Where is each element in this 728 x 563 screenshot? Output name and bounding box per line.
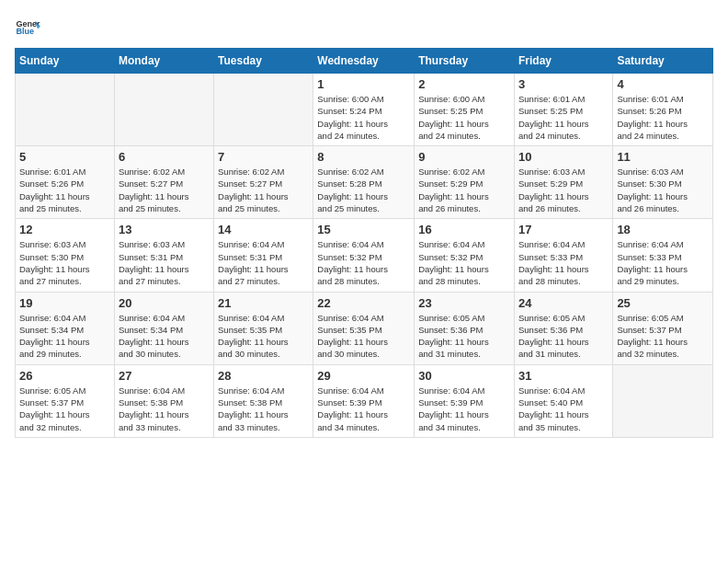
day-number: 21 bbox=[218, 296, 309, 310]
day-info: Sunrise: 6:04 AM Sunset: 5:32 PM Dayligh… bbox=[418, 238, 510, 287]
day-info: Sunrise: 6:03 AM Sunset: 5:30 PM Dayligh… bbox=[19, 238, 110, 287]
weekday-header-friday: Friday bbox=[514, 49, 612, 74]
day-number: 3 bbox=[518, 77, 609, 91]
calendar-day-cell: 24Sunrise: 6:05 AM Sunset: 5:36 PM Dayli… bbox=[514, 292, 612, 364]
day-number: 31 bbox=[518, 369, 609, 383]
calendar-day-cell: 4Sunrise: 6:01 AM Sunset: 5:26 PM Daylig… bbox=[613, 74, 713, 146]
day-number: 18 bbox=[617, 223, 709, 236]
weekday-row: SundayMondayTuesdayWednesdayThursdayFrid… bbox=[16, 49, 713, 74]
day-info: Sunrise: 6:05 AM Sunset: 5:37 PM Dayligh… bbox=[19, 385, 110, 433]
day-info: Sunrise: 6:04 AM Sunset: 5:38 PM Dayligh… bbox=[119, 385, 210, 433]
day-info: Sunrise: 6:03 AM Sunset: 5:31 PM Dayligh… bbox=[119, 238, 210, 287]
day-info: Sunrise: 6:04 AM Sunset: 5:33 PM Dayligh… bbox=[518, 238, 609, 287]
calendar-day-cell: 29Sunrise: 6:04 AM Sunset: 5:39 PM Dayli… bbox=[313, 364, 415, 437]
calendar-day-cell: 7Sunrise: 6:02 AM Sunset: 5:27 PM Daylig… bbox=[214, 146, 313, 219]
calendar-empty-cell bbox=[16, 74, 115, 146]
calendar-day-cell: 11Sunrise: 6:03 AM Sunset: 5:30 PM Dayli… bbox=[613, 146, 713, 219]
logo: General Blue bbox=[15, 15, 44, 40]
calendar-day-cell: 8Sunrise: 6:02 AM Sunset: 5:28 PM Daylig… bbox=[313, 146, 415, 219]
calendar-day-cell: 15Sunrise: 6:04 AM Sunset: 5:32 PM Dayli… bbox=[313, 219, 415, 292]
day-number: 1 bbox=[317, 77, 410, 91]
calendar-week-row: 26Sunrise: 6:05 AM Sunset: 5:37 PM Dayli… bbox=[16, 364, 713, 437]
day-number: 30 bbox=[418, 369, 510, 383]
day-number: 13 bbox=[119, 223, 210, 236]
day-info: Sunrise: 6:04 AM Sunset: 5:39 PM Dayligh… bbox=[317, 385, 410, 433]
day-info: Sunrise: 6:03 AM Sunset: 5:29 PM Dayligh… bbox=[518, 166, 609, 214]
day-number: 22 bbox=[317, 296, 410, 310]
day-info: Sunrise: 6:03 AM Sunset: 5:30 PM Dayligh… bbox=[617, 166, 709, 214]
calendar-header: SundayMondayTuesdayWednesdayThursdayFrid… bbox=[16, 49, 713, 74]
calendar-empty-cell bbox=[613, 364, 713, 437]
calendar-day-cell: 13Sunrise: 6:03 AM Sunset: 5:31 PM Dayli… bbox=[114, 219, 213, 292]
day-number: 25 bbox=[617, 296, 709, 310]
day-number: 12 bbox=[19, 223, 110, 236]
day-number: 7 bbox=[218, 150, 309, 164]
calendar-week-row: 5Sunrise: 6:01 AM Sunset: 5:26 PM Daylig… bbox=[16, 146, 713, 219]
calendar-day-cell: 5Sunrise: 6:01 AM Sunset: 5:26 PM Daylig… bbox=[16, 146, 115, 219]
calendar-body: 1Sunrise: 6:00 AM Sunset: 5:24 PM Daylig… bbox=[16, 74, 713, 438]
weekday-header-wednesday: Wednesday bbox=[313, 49, 415, 74]
day-number: 17 bbox=[518, 223, 609, 236]
day-number: 20 bbox=[119, 296, 210, 310]
day-info: Sunrise: 6:04 AM Sunset: 5:32 PM Dayligh… bbox=[317, 238, 410, 287]
calendar-day-cell: 17Sunrise: 6:04 AM Sunset: 5:33 PM Dayli… bbox=[514, 219, 612, 292]
day-info: Sunrise: 6:01 AM Sunset: 5:26 PM Dayligh… bbox=[19, 166, 110, 214]
day-info: Sunrise: 6:00 AM Sunset: 5:24 PM Dayligh… bbox=[317, 93, 410, 142]
day-number: 6 bbox=[119, 150, 210, 164]
day-number: 27 bbox=[119, 369, 210, 383]
calendar-day-cell: 1Sunrise: 6:00 AM Sunset: 5:24 PM Daylig… bbox=[313, 74, 415, 146]
calendar-day-cell: 19Sunrise: 6:04 AM Sunset: 5:34 PM Dayli… bbox=[16, 292, 115, 364]
day-number: 4 bbox=[617, 77, 709, 91]
page-header: General Blue bbox=[15, 15, 713, 40]
logo-icon: General Blue bbox=[15, 15, 40, 40]
calendar-week-row: 1Sunrise: 6:00 AM Sunset: 5:24 PM Daylig… bbox=[16, 74, 713, 146]
day-number: 24 bbox=[518, 296, 609, 310]
day-number: 9 bbox=[418, 150, 510, 164]
calendar-day-cell: 2Sunrise: 6:00 AM Sunset: 5:25 PM Daylig… bbox=[415, 74, 515, 146]
day-info: Sunrise: 6:04 AM Sunset: 5:34 PM Dayligh… bbox=[19, 312, 110, 361]
day-info: Sunrise: 6:01 AM Sunset: 5:25 PM Dayligh… bbox=[518, 93, 609, 142]
day-number: 16 bbox=[418, 223, 510, 236]
day-number: 19 bbox=[19, 296, 110, 310]
day-info: Sunrise: 6:04 AM Sunset: 5:35 PM Dayligh… bbox=[317, 312, 410, 361]
day-number: 10 bbox=[518, 150, 609, 164]
day-info: Sunrise: 6:00 AM Sunset: 5:25 PM Dayligh… bbox=[418, 93, 510, 142]
svg-text:Blue: Blue bbox=[16, 27, 34, 36]
day-number: 23 bbox=[418, 296, 510, 310]
calendar-day-cell: 23Sunrise: 6:05 AM Sunset: 5:36 PM Dayli… bbox=[415, 292, 515, 364]
calendar-day-cell: 27Sunrise: 6:04 AM Sunset: 5:38 PM Dayli… bbox=[114, 364, 213, 437]
calendar-empty-cell bbox=[214, 74, 313, 146]
calendar-day-cell: 26Sunrise: 6:05 AM Sunset: 5:37 PM Dayli… bbox=[16, 364, 115, 437]
day-info: Sunrise: 6:04 AM Sunset: 5:38 PM Dayligh… bbox=[218, 385, 309, 433]
day-info: Sunrise: 6:04 AM Sunset: 5:33 PM Dayligh… bbox=[617, 238, 709, 287]
day-info: Sunrise: 6:04 AM Sunset: 5:40 PM Dayligh… bbox=[518, 385, 609, 433]
day-number: 5 bbox=[19, 150, 110, 164]
day-info: Sunrise: 6:04 AM Sunset: 5:34 PM Dayligh… bbox=[119, 312, 210, 361]
day-info: Sunrise: 6:05 AM Sunset: 5:37 PM Dayligh… bbox=[617, 312, 709, 361]
weekday-header-saturday: Saturday bbox=[613, 49, 713, 74]
day-number: 14 bbox=[218, 223, 309, 236]
weekday-header-monday: Monday bbox=[114, 49, 213, 74]
calendar-day-cell: 30Sunrise: 6:04 AM Sunset: 5:39 PM Dayli… bbox=[415, 364, 515, 437]
day-info: Sunrise: 6:02 AM Sunset: 5:28 PM Dayligh… bbox=[317, 166, 410, 214]
day-info: Sunrise: 6:05 AM Sunset: 5:36 PM Dayligh… bbox=[418, 312, 510, 361]
day-number: 15 bbox=[317, 223, 410, 236]
calendar-day-cell: 12Sunrise: 6:03 AM Sunset: 5:30 PM Dayli… bbox=[16, 219, 115, 292]
day-info: Sunrise: 6:04 AM Sunset: 5:35 PM Dayligh… bbox=[218, 312, 309, 361]
calendar-day-cell: 20Sunrise: 6:04 AM Sunset: 5:34 PM Dayli… bbox=[114, 292, 213, 364]
calendar-empty-cell bbox=[114, 74, 213, 146]
day-number: 28 bbox=[218, 369, 309, 383]
day-info: Sunrise: 6:02 AM Sunset: 5:29 PM Dayligh… bbox=[418, 166, 510, 214]
day-info: Sunrise: 6:02 AM Sunset: 5:27 PM Dayligh… bbox=[119, 166, 210, 214]
day-number: 26 bbox=[19, 369, 110, 383]
calendar-day-cell: 25Sunrise: 6:05 AM Sunset: 5:37 PM Dayli… bbox=[613, 292, 713, 364]
day-info: Sunrise: 6:04 AM Sunset: 5:31 PM Dayligh… bbox=[218, 238, 309, 287]
calendar-day-cell: 9Sunrise: 6:02 AM Sunset: 5:29 PM Daylig… bbox=[415, 146, 515, 219]
day-number: 29 bbox=[317, 369, 410, 383]
calendar-day-cell: 22Sunrise: 6:04 AM Sunset: 5:35 PM Dayli… bbox=[313, 292, 415, 364]
calendar-day-cell: 21Sunrise: 6:04 AM Sunset: 5:35 PM Dayli… bbox=[214, 292, 313, 364]
weekday-header-tuesday: Tuesday bbox=[214, 49, 313, 74]
calendar-day-cell: 6Sunrise: 6:02 AM Sunset: 5:27 PM Daylig… bbox=[114, 146, 213, 219]
day-number: 8 bbox=[317, 150, 410, 164]
calendar-day-cell: 10Sunrise: 6:03 AM Sunset: 5:29 PM Dayli… bbox=[514, 146, 612, 219]
